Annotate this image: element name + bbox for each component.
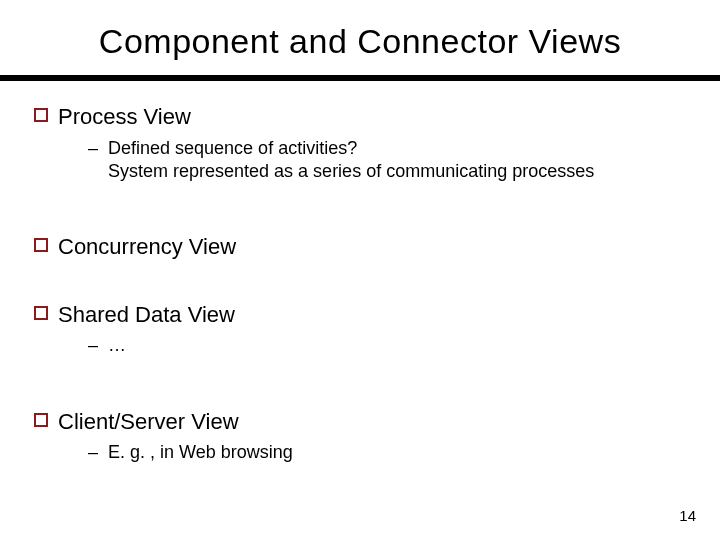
bullet-label: Concurrency View: [58, 233, 236, 261]
slide-title: Component and Connector Views: [0, 0, 720, 75]
sub-list-client-server-view: – E. g. , in Web browsing: [88, 441, 686, 464]
sub-text-line2: System represented as a series of commun…: [108, 161, 594, 181]
square-bullet-icon: [34, 306, 48, 320]
dash-icon: –: [88, 441, 98, 464]
sub-item: – Defined sequence of activities? System…: [88, 137, 686, 184]
slide: Component and Connector Views Process Vi…: [0, 0, 720, 540]
sub-list-process-view: – Defined sequence of activities? System…: [88, 137, 686, 184]
spacer: [34, 261, 686, 285]
bullet-label: Client/Server View: [58, 408, 239, 436]
spacer: [34, 193, 686, 217]
sub-text: …: [108, 334, 126, 357]
sub-list-shared-data-view: – …: [88, 334, 686, 357]
square-bullet-icon: [34, 108, 48, 122]
dash-icon: –: [88, 137, 98, 160]
sub-item: – E. g. , in Web browsing: [88, 441, 686, 464]
sub-text: E. g. , in Web browsing: [108, 441, 293, 464]
bullet-label: Shared Data View: [58, 301, 235, 329]
sub-text-line1: Defined sequence of activities?: [108, 138, 357, 158]
dash-icon: –: [88, 334, 98, 357]
spacer: [34, 368, 686, 392]
bullet-concurrency-view: Concurrency View: [34, 233, 686, 261]
square-bullet-icon: [34, 238, 48, 252]
bullet-client-server-view: Client/Server View: [34, 408, 686, 436]
sub-item: – …: [88, 334, 686, 357]
slide-content: Process View – Defined sequence of activ…: [0, 81, 720, 465]
bullet-shared-data-view: Shared Data View: [34, 301, 686, 329]
bullet-process-view: Process View: [34, 103, 686, 131]
page-number: 14: [679, 507, 696, 524]
bullet-label: Process View: [58, 103, 191, 131]
sub-text: Defined sequence of activities? System r…: [108, 137, 594, 184]
square-bullet-icon: [34, 413, 48, 427]
